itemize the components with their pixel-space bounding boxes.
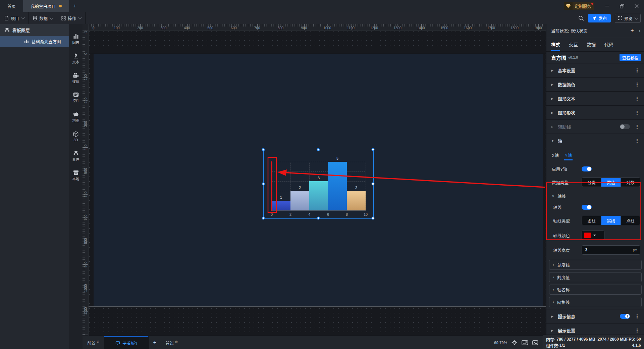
fps-value: 60 — [637, 337, 641, 342]
strip-item-cube[interactable]: 3D — [69, 127, 83, 146]
section-label: 图形形状 — [558, 109, 575, 116]
map-icon — [73, 112, 79, 117]
line-type-row: 轴线类型 虚线实线点线 — [546, 213, 644, 228]
data-type-option-2[interactable]: 对数 — [621, 178, 640, 187]
kebab-menu-icon[interactable]: ⋮ — [633, 138, 641, 143]
artboard-top-edge — [83, 54, 546, 54]
text-icon — [73, 53, 78, 58]
tab-y-axis[interactable]: Y轴 — [565, 152, 572, 160]
h-ruler-label: 100 — [114, 26, 120, 30]
section-1[interactable]: ▶数据颜色⋮ — [546, 78, 644, 92]
layer-item-histogram[interactable]: 基础渐变直方图 — [0, 36, 69, 47]
line-type-option-2[interactable]: 点线 — [621, 216, 640, 225]
data-type-option-0[interactable]: 分类 — [582, 178, 601, 187]
collapsed-group-3[interactable]: ›网格线 — [549, 297, 642, 307]
selection-handle[interactable] — [372, 217, 375, 220]
add-background-icon[interactable]: ⊕ — [175, 340, 177, 344]
zoom-level[interactable]: 69.79% — [494, 341, 507, 345]
selection-handle[interactable] — [317, 148, 320, 151]
section-2[interactable]: ▶图形文本⋮ — [546, 92, 644, 106]
custom-service-badge[interactable]: 定制服务 — [564, 2, 594, 10]
kebab-menu-icon[interactable]: ⋮ — [633, 124, 641, 129]
axis-line-row: 轴线 — [546, 201, 644, 213]
new-tab-button[interactable]: + — [69, 0, 80, 12]
line-type-option-0[interactable]: 虚线 — [582, 216, 601, 225]
fit-to-screen-icon[interactable] — [512, 340, 517, 345]
strip-item-kit[interactable]: 套件 — [69, 146, 83, 166]
section-3[interactable]: ▶图形形状⋮ — [546, 106, 644, 120]
board-icon — [115, 341, 120, 345]
tab-code[interactable]: 代码 — [604, 37, 613, 51]
section-4[interactable]: ▶辅助线⋮ — [546, 120, 644, 134]
tab-x-axis[interactable]: X轴 — [552, 152, 559, 160]
kebab-menu-icon[interactable]: ⋮ — [633, 328, 641, 333]
collapsed-group-2[interactable]: ›轴名称 — [549, 285, 642, 295]
section-toggle[interactable] — [620, 124, 630, 129]
enable-y-axis-toggle[interactable] — [582, 166, 592, 171]
selection-handle[interactable] — [372, 148, 375, 151]
tab-interaction[interactable]: 交互 — [569, 37, 578, 51]
tab-project[interactable]: 我的空白项目 — [23, 0, 69, 12]
strip-item-widget[interactable]: 控件 — [69, 88, 83, 107]
add-foreground-icon[interactable]: ⊕ — [97, 340, 99, 344]
background-tab[interactable]: 背景⊕ — [161, 336, 182, 349]
foreground-tab[interactable]: 前景⊕ — [83, 336, 104, 349]
section-5[interactable]: ▼轴⋮ — [546, 134, 644, 148]
maximize-button[interactable] — [614, 0, 629, 12]
expand-states-icon[interactable]: › — [638, 28, 641, 33]
data-type-option-1[interactable]: 数值 — [601, 178, 621, 187]
close-button[interactable] — [629, 0, 644, 12]
kebab-menu-icon[interactable]: ⋮ — [633, 68, 641, 73]
axis-settings-body: X轴 Y轴 启用Y轴 数据类型 分类数值对数 ∨ 轴线 轴线 轴线类型 虚线实线 — [546, 148, 644, 309]
strip-item-local[interactable]: 本地 — [69, 166, 83, 185]
kebab-menu-icon[interactable]: ⋮ — [633, 110, 641, 115]
selection-handle[interactable] — [262, 148, 265, 151]
line-width-value: 3 — [585, 248, 587, 252]
selection-handle[interactable] — [372, 183, 375, 186]
section-toggle[interactable] — [620, 314, 630, 319]
publish-button[interactable]: 发布 — [588, 14, 611, 22]
line-type-label: 轴线类型 — [553, 217, 582, 224]
line-type-option-1[interactable]: 实线 — [601, 216, 621, 225]
layer-item-label: 基础渐变直方图 — [32, 38, 61, 45]
minimize-button[interactable] — [600, 0, 614, 12]
menu-data-label: 数据 — [39, 15, 48, 21]
menu-data[interactable]: 数据 — [29, 12, 57, 24]
preview-button[interactable]: 预览 — [615, 14, 641, 23]
canvas[interactable]: 0100200300400500600700800900100011001200… — [83, 24, 546, 336]
line-color-picker[interactable] — [582, 231, 604, 240]
section-0[interactable]: ▶基本设置⋮ — [546, 63, 644, 78]
tutorial-button[interactable]: 查看教程 — [620, 54, 641, 61]
subboard-tab[interactable]: 子看板1 — [104, 336, 149, 349]
line-width-input[interactable]: 3 px — [582, 245, 640, 255]
menu-project[interactable]: 项目 — [0, 12, 29, 24]
search-icon[interactable] — [578, 15, 584, 21]
keyboard-shortcuts-icon[interactable] — [522, 340, 528, 345]
chevron-down-icon — [21, 16, 25, 19]
tab-home[interactable]: 首页 — [0, 0, 23, 12]
strip-item-text[interactable]: 文本 — [69, 49, 83, 68]
kebab-menu-icon[interactable]: ⋮ — [633, 82, 641, 87]
console-icon[interactable] — [532, 340, 538, 345]
color-swatch — [584, 233, 591, 238]
selection-handle[interactable] — [317, 217, 320, 220]
strip-item-chart[interactable]: 图表 — [69, 30, 83, 49]
tab-style[interactable]: 样式 — [551, 37, 560, 51]
strip-item-media[interactable]: 媒体 — [69, 68, 83, 88]
collapsed-group-0[interactable]: ›刻度线 — [549, 260, 642, 270]
data-type-segmented: 分类数值对数 — [582, 178, 640, 187]
axis-line-group-header[interactable]: ∨ 轴线 — [546, 190, 644, 201]
strip-item-map[interactable]: 地图 — [69, 107, 83, 127]
tab-data[interactable]: 数据 — [587, 37, 596, 51]
artboard[interactable] — [94, 54, 543, 306]
section-bottom-0[interactable]: ▶提示信息⋮ — [546, 309, 644, 323]
add-board-button[interactable]: + — [149, 336, 161, 349]
add-state-button[interactable]: + — [628, 27, 637, 34]
axis-line-toggle[interactable] — [582, 205, 592, 210]
selection-handle[interactable] — [262, 183, 265, 186]
kebab-menu-icon[interactable]: ⋮ — [633, 314, 641, 319]
kebab-menu-icon[interactable]: ⋮ — [633, 96, 641, 101]
collapsed-group-1[interactable]: ›刻度值 — [549, 272, 642, 282]
selection-handle[interactable] — [262, 217, 265, 220]
menu-operations[interactable]: 操作 — [57, 12, 86, 24]
